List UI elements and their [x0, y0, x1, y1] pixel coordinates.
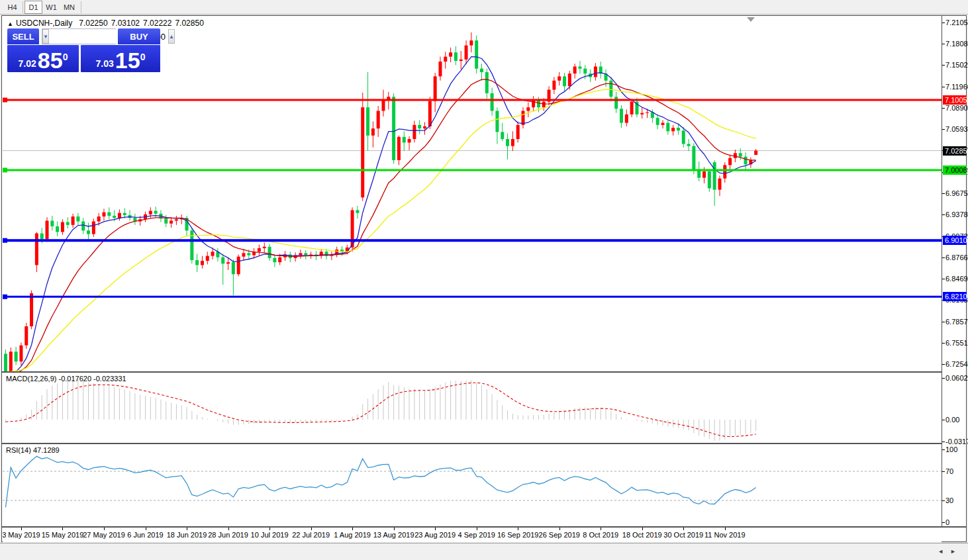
candle-body [739, 153, 742, 156]
candle-body [206, 256, 209, 261]
candle-body [661, 123, 665, 125]
macd-chart-canvas[interactable] [3, 373, 942, 443]
candle-body [61, 222, 64, 232]
candle-body [578, 66, 581, 68]
line-edge-handle[interactable] [3, 238, 7, 243]
candle-body [381, 101, 385, 111]
candle-body [123, 213, 126, 215]
rsi-axis-label: 0 [945, 518, 949, 526]
time-axis-label: 15 May 2019 [42, 531, 84, 539]
sell-button[interactable]: SELL [7, 28, 39, 44]
candle-body [557, 76, 561, 80]
candle-body [149, 211, 152, 214]
ohlc-high: 7.03102 [111, 19, 140, 28]
candle-body [537, 101, 540, 108]
candle-body [438, 62, 442, 76]
timeframe-button-mn[interactable]: MN [60, 1, 78, 14]
axis-tick [942, 471, 945, 472]
candle-body [195, 260, 199, 265]
candle-body [682, 130, 685, 144]
candle-body [723, 165, 726, 178]
volume-decrease-icon[interactable]: ▼ [42, 29, 49, 44]
axis-tick [942, 108, 945, 109]
candle-body [501, 132, 504, 139]
collapse-panel-icon[interactable]: ▲ [7, 21, 13, 27]
rsi-value: 47.1289 [33, 446, 60, 454]
tab-scroll-left-icon[interactable]: ◄ [938, 548, 950, 555]
tab-scroll-right-icon[interactable]: ► [950, 548, 963, 555]
ohlc-open: 7.02250 [79, 19, 107, 28]
time-axis-label: 28 Jun 2019 [208, 531, 248, 539]
candle-body [620, 109, 623, 122]
time-axis-label: 6 Jun 2019 [127, 531, 163, 539]
candle-body [299, 253, 302, 255]
candle-body [46, 220, 49, 239]
candle-body [304, 253, 307, 255]
candle-body [465, 46, 468, 60]
ma-line-45 [6, 89, 756, 371]
candle-body [102, 212, 105, 216]
time-axis-tick [104, 528, 105, 530]
candle-body [169, 220, 173, 223]
candle-body [403, 137, 406, 143]
candle-body [268, 247, 271, 258]
line-edge-handle[interactable] [3, 97, 7, 102]
time-axis-label: 1 Aug 2019 [334, 531, 371, 539]
price-axis-label: 6.87660 [945, 254, 968, 261]
sell-price-display[interactable]: 7.02850 [7, 45, 79, 72]
time-axis-tick [642, 528, 643, 530]
candle-body [625, 115, 628, 123]
candle-body [646, 113, 649, 113]
axis-tick [942, 322, 945, 322]
candle-body [428, 101, 432, 126]
time-axis-label: 27 May 2019 [83, 531, 125, 539]
time-axis-tick [518, 528, 518, 530]
price-axis-label: 7.08900 [945, 104, 968, 112]
ohlc-close: 7.02850 [175, 19, 203, 28]
buy-button[interactable]: BUY [118, 28, 160, 44]
volume-stepper: ▼ ▲ [42, 28, 116, 44]
candle-body [175, 219, 178, 220]
volume-increase-icon[interactable]: ▲ [168, 29, 175, 44]
axis-tick [942, 343, 945, 344]
timeframe-button-d1[interactable]: D1 [24, 1, 42, 14]
rsi-chart-canvas[interactable] [3, 444, 942, 526]
candle-body [728, 158, 732, 165]
line-edge-handle[interactable] [3, 295, 7, 299]
candle-body [454, 52, 458, 61]
candle-body [522, 111, 525, 124]
time-axis-tick [146, 528, 146, 530]
candle-body [397, 137, 401, 160]
candle-body [516, 125, 520, 139]
time-axis-label: 30 Oct 2019 [663, 531, 703, 539]
candle-body [35, 234, 38, 265]
time-axis-tick [394, 528, 395, 530]
buy-price-display[interactable]: 7.03150 [81, 45, 160, 72]
time-axis-tick [601, 528, 601, 530]
candle-body [630, 102, 634, 115]
timeframe-button-w1[interactable]: W1 [42, 1, 60, 14]
one-click-trade-panel: SELL ▼ ▲ BUY 7.02850 7.03150 [7, 28, 160, 87]
candle-body [744, 157, 748, 165]
chart-symbol-label: USDCNH-,Daily [16, 19, 72, 28]
candle-body [392, 97, 395, 160]
time-axis-label: 22 Jul 2019 [292, 531, 330, 539]
buy-price-point: 0 [140, 52, 146, 62]
timeframe-button-h4[interactable]: H4 [3, 1, 21, 14]
time-axis[interactable]: 3 May 201915 May 201927 May 20196 Jun 20… [3, 528, 942, 542]
line-edge-handle[interactable] [3, 167, 7, 172]
sell-price-point: 0 [63, 52, 68, 62]
candle-body [226, 262, 230, 263]
macd-signal-line [6, 383, 756, 436]
macd-main-value: -0.017620 [58, 375, 91, 383]
candle-body [371, 128, 375, 136]
tab-scroll-arrows[interactable]: ◄► [938, 548, 963, 555]
axis-tick [942, 364, 945, 365]
candle-body [154, 211, 158, 214]
chart-shift-marker-icon[interactable] [747, 17, 755, 22]
axis-tick [942, 257, 945, 258]
candle-body [263, 247, 266, 248]
price-axis[interactable]: 7.210507.180807.150207.119607.089007.059… [942, 16, 966, 526]
candle-body [30, 293, 33, 326]
candle-body [412, 125, 416, 139]
